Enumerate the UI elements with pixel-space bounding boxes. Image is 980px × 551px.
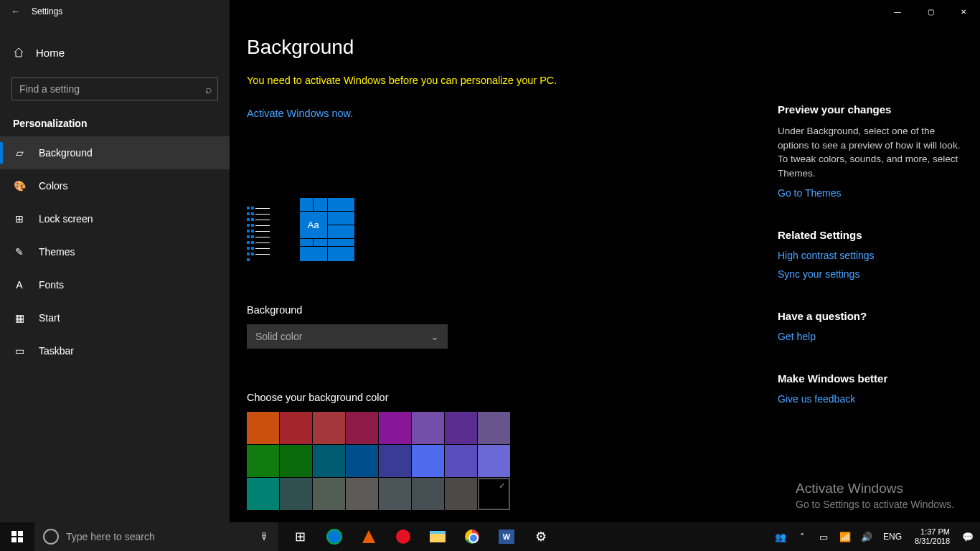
color-swatch[interactable] [445,412,477,444]
background-dropdown[interactable]: Solid color ⌄ [247,324,448,349]
get-help-link[interactable]: Get help [778,331,964,342]
color-swatch[interactable] [379,445,411,477]
clock-time: 1:37 PM [915,527,950,537]
clock[interactable]: 1:37 PM 8/31/2018 [910,527,954,546]
color-swatch[interactable] [247,412,279,444]
color-swatch[interactable] [346,478,378,510]
color-label: Choose your background color [247,392,778,403]
related-heading: Related Settings [778,229,964,241]
volume-icon[interactable]: 🔊 [859,522,875,551]
main-area: Background You need to activate Windows … [230,0,980,522]
color-grid [247,412,778,510]
action-center-icon[interactable]: 💬 [960,522,976,551]
color-swatch[interactable] [346,412,378,444]
task-view-button[interactable]: ⊞ [284,522,316,551]
nav-label: Themes [39,246,75,258]
taskbar-apps: ⊞ W ⚙ [284,522,557,551]
color-swatch[interactable] [280,412,312,444]
color-swatch[interactable] [412,478,444,510]
wifi-icon[interactable]: 📶 [837,522,853,551]
sidebar-item-themes[interactable]: ✎Themes [0,235,230,268]
activate-link[interactable]: Activate Windows now. [247,108,778,119]
sidebar-item-colors[interactable]: 🎨Colors [0,169,230,202]
color-swatch[interactable] [412,412,444,444]
opera-app[interactable] [387,522,419,551]
title-text: Settings [32,6,62,17]
section-title: Personalization [0,100,230,136]
close-button[interactable]: ✕ [947,0,980,23]
preview-text: Under Background, select one of the opti… [778,124,964,180]
settings-app[interactable]: ⚙ [525,522,557,551]
taskbar-search[interactable]: Type here to search 🎙 [34,522,278,551]
color-swatch[interactable] [313,445,345,477]
settings-window: ← Settings — ▢ ✕ Home ⌕ Personalization … [0,0,980,522]
vlc-app[interactable] [353,522,385,551]
color-swatch[interactable] [478,412,510,444]
color-swatch[interactable] [478,445,510,477]
svg-rect-1 [18,531,23,536]
feedback-link[interactable]: Give us feedback [778,393,964,405]
system-tray: 👥 ˄ ▭ 📶 🔊 ENG 1:37 PM 8/31/2018 💬 [773,522,980,551]
color-swatch[interactable] [313,478,345,510]
start-button[interactable] [0,522,34,551]
sidebar-item-start[interactable]: ▦Start [0,301,230,334]
search-input[interactable] [11,77,218,100]
color-swatch[interactable] [478,478,510,510]
home-button[interactable]: Home [0,36,230,69]
titlebar: ← Settings — ▢ ✕ [0,0,980,23]
nav-label: Background [39,147,93,159]
color-swatch[interactable] [280,445,312,477]
search-placeholder: Type here to search [66,531,155,542]
better-heading: Make Windows better [778,372,964,385]
desktop-preview: Aa [247,198,778,261]
right-panel: Preview your changes Under Background, s… [778,36,964,522]
edge-app[interactable] [319,522,350,551]
activation-warning: You need to activate Windows before you … [247,75,778,86]
mic-icon[interactable]: 🎙 [260,531,270,542]
windows-icon [11,531,23,542]
color-swatch[interactable] [412,445,444,477]
color-swatch[interactable] [445,445,477,477]
nav-label: Lock screen [39,213,93,225]
color-swatch[interactable] [313,412,345,444]
lock-icon: ⊞ [13,213,26,225]
color-swatch[interactable] [247,478,279,510]
color-swatch[interactable] [445,478,477,510]
themes-link[interactable]: Go to Themes [778,187,964,199]
preview-heading: Preview your changes [778,103,964,116]
nav-label: Fonts [39,279,64,291]
sidebar-item-lock-screen[interactable]: ⊞Lock screen [0,202,230,235]
background-label: Background [247,304,778,316]
sidebar-item-fonts[interactable]: AFonts [0,268,230,301]
search-icon: ⌕ [205,83,212,96]
window-title: ← Settings [0,6,62,17]
maximize-button[interactable]: ▢ [914,0,947,23]
color-swatch[interactable] [247,445,279,477]
sync-settings-link[interactable]: Sync your settings [778,268,964,280]
people-icon[interactable]: 👥 [773,522,788,551]
nav-label: Taskbar [39,345,74,357]
svg-rect-2 [11,537,17,542]
cortana-icon [43,529,59,545]
sidebar-item-taskbar[interactable]: ▭Taskbar [0,334,230,367]
color-swatch[interactable] [346,445,378,477]
color-swatch[interactable] [379,478,411,510]
language-indicator[interactable]: ENG [880,532,905,542]
color-swatch[interactable] [379,412,411,444]
battery-icon[interactable]: ▭ [816,522,831,551]
nav-label: Start [39,312,60,324]
tray-chevron-icon[interactable]: ˄ [794,522,810,551]
taskbar-icon: ▭ [13,345,26,357]
sidebar-item-background[interactable]: ▱Background [0,136,230,169]
clock-date: 8/31/2018 [915,537,950,546]
word-app[interactable]: W [491,522,522,551]
content-column: Background You need to activate Windows … [247,36,778,522]
high-contrast-link[interactable]: High contrast settings [778,250,964,261]
file-explorer-app[interactable] [422,522,453,551]
color-swatch[interactable] [280,478,312,510]
minimize-button[interactable]: — [881,0,914,23]
svg-rect-0 [11,531,17,536]
chrome-app[interactable] [456,522,488,551]
preview-taskbar-icon [247,207,270,261]
activation-watermark: Activate Windows Go to Settings to activ… [796,479,954,512]
